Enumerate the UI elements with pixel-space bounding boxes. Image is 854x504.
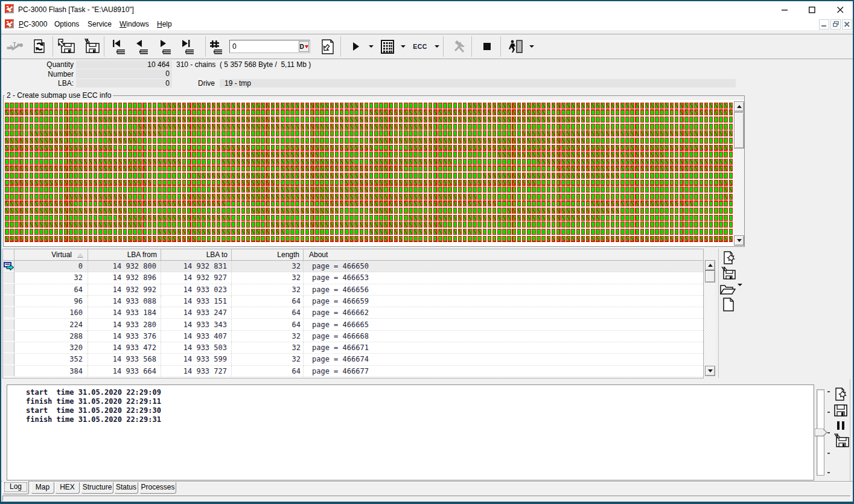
tools-icon [453,40,467,53]
table-row[interactable]: 35214 933 56814 933 59932page = 466674 [3,354,703,365]
table-row[interactable]: 28814 933 37614 933 40732page = 466668 [3,331,703,342]
next-record-button[interactable] [155,39,174,54]
export-log-button[interactable] [832,433,849,448]
map-scroll-down-button[interactable] [734,235,744,246]
row-selector[interactable] [3,366,14,377]
exit-button[interactable] [507,39,525,54]
ecc-dropdown[interactable] [432,39,442,54]
row-selector[interactable] [3,319,14,330]
menu-service[interactable]: Service [88,18,112,30]
goto-number-button[interactable] [208,39,225,54]
tab-map[interactable]: Map [31,482,54,494]
menu-windows[interactable]: Windows [119,18,149,30]
table-row[interactable]: 6414 932 99214 933 02332page = 466656 [3,284,703,296]
table-save-button[interactable] [721,266,736,281]
blank-page-button[interactable] [722,297,735,311]
run-dropdown[interactable] [366,39,377,54]
open-folder-dropdown[interactable] [738,286,742,295]
cell-about: page = 466662 [304,307,703,318]
cell-lba-to: 14 933 023 [161,284,232,295]
table-row[interactable]: 3214 932 89614 932 92732page = 466653 [3,272,703,284]
map-panel[interactable] [4,100,744,246]
last-record-button[interactable] [178,39,197,54]
ecc-mode-button[interactable]: ECC [411,39,429,54]
open-folder-button[interactable] [720,282,736,296]
d-button[interactable]: D [299,41,309,52]
table-row[interactable]: 32014 933 47214 933 50332page = 466671 [3,342,703,354]
maximize-button[interactable] [798,1,826,18]
first-record-button[interactable] [109,39,128,54]
pause-log-button[interactable] [835,421,847,430]
table-scroll-down-button[interactable] [705,366,715,376]
grid-mode-button[interactable] [380,39,395,54]
close-button[interactable] [827,1,854,18]
stop-button[interactable] [480,39,494,54]
column-header-about[interactable]: About [304,249,703,260]
menu-pc-3000[interactable]: PC-3000 [19,18,47,30]
table-row[interactable]: 9614 933 08814 933 15164page = 466659 [3,296,703,307]
log-panel[interactable]: start time 31.05.2020 22:29:09finish tim… [7,384,814,480]
tab-structure[interactable]: Structure [81,482,113,494]
refresh-task-button[interactable] [31,39,49,54]
tab-log[interactable]: Log [2,481,29,494]
row-selector[interactable] [3,261,14,272]
log-line: start time 31.05.2020 22:29:09 [26,388,814,397]
column-header-lba-from[interactable]: LBA from [88,249,161,260]
map-scroll-thumb[interactable] [734,112,744,148]
mdi-restore-button[interactable] [830,19,841,30]
apply-page-button[interactable] [317,39,336,54]
last-record-icon [179,39,196,54]
save-log-button[interactable] [833,404,848,417]
minimize-button[interactable] [771,1,798,18]
exit-dropdown[interactable] [526,39,537,54]
column-header-lba-to[interactable]: LBA to [161,249,232,260]
tab-hex[interactable]: HEX [55,482,80,494]
table-scrollbar[interactable] [705,260,715,376]
map-scroll-up-button[interactable] [734,101,744,112]
column-header-length[interactable]: Length [232,249,304,260]
table-row[interactable]: 22414 933 28014 933 34364page = 466665 [3,319,703,331]
new-log-button[interactable] [833,387,847,401]
chains-table[interactable]: VirtualLBA fromLBA toLengthAbout 014 932… [2,249,704,378]
exit-icon [508,39,524,54]
mdi-minimize-button[interactable] [819,19,829,30]
toolbar-separator [500,36,501,57]
table-row[interactable]: 38414 933 66414 933 72764page = 466677 [3,366,703,377]
app-menu-icon [5,19,14,29]
title-bar[interactable]: PC-3000 Flash [Task - "E:\AU8910"] [1,1,853,18]
cell-virtual: 288 [14,331,88,342]
tab-processes[interactable]: Processes [139,482,176,494]
row-selector[interactable] [3,296,14,307]
new-task-button[interactable] [721,250,736,265]
log-slider-thumb[interactable] [815,429,827,436]
cell-lba-from: 14 933 280 [88,319,161,330]
table-scroll-thumb[interactable] [705,270,715,282]
tools-button[interactable] [451,39,468,54]
column-header-virtual[interactable]: Virtual [14,249,88,260]
row-selector[interactable] [3,342,14,353]
save-floppy-button[interactable] [81,39,101,54]
arrow-down-icon [708,369,713,372]
load-floppy-button[interactable] [57,39,76,54]
row-selector[interactable] [3,331,14,342]
row-selector[interactable] [3,284,14,295]
menu-options[interactable]: Options [54,18,79,30]
table-row[interactable]: 014 932 80014 932 83132page = 466650 [3,261,703,272]
run-button[interactable] [348,39,364,54]
goto-input[interactable] [230,41,299,52]
quantity-field: 10 464 [76,60,172,69]
new-log-icon [833,388,847,401]
tab-status[interactable]: Status [114,482,138,494]
row-selector[interactable] [3,272,14,283]
prev-record-button[interactable] [132,39,151,54]
table-row[interactable]: 16014 933 18414 933 24764page = 466662 [3,307,703,319]
resource-button[interactable] [6,39,24,54]
map-scrollbar[interactable] [734,101,744,246]
menu-help[interactable]: Help [157,18,172,30]
table-scroll-up-button[interactable] [705,260,715,270]
sort-asc-icon [77,253,83,257]
row-selector[interactable] [3,307,14,318]
grid-mode-dropdown[interactable] [398,39,409,54]
mdi-close-button[interactable] [842,19,852,30]
row-selector[interactable] [3,354,14,365]
